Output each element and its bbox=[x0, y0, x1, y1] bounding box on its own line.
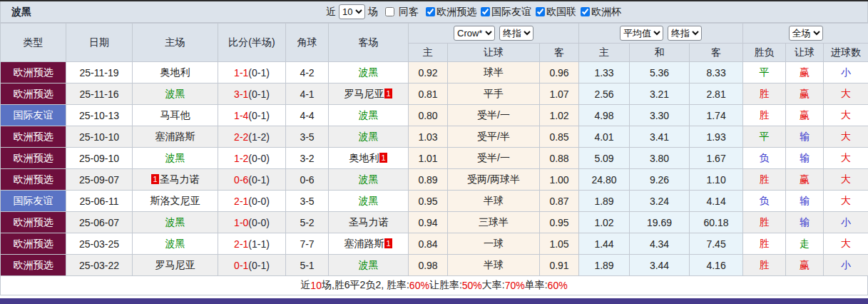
ah-home-odds: 0.98 bbox=[418, 260, 437, 271]
summary-segment: 让胜率: bbox=[429, 279, 462, 292]
ah-line-cell: 半球 bbox=[448, 255, 540, 276]
fulltime-score: 2-1 bbox=[234, 196, 248, 207]
eu-away-odds: 2.81 bbox=[706, 88, 725, 100]
table-row: 欧洲预选25-11-16波黑3-1(0-1)4-1罗马尼亚10.81平手1.07… bbox=[1, 83, 868, 105]
goals-result-cell: 大 bbox=[824, 233, 868, 255]
away-team-name[interactable]: 波黑 bbox=[359, 66, 379, 78]
filter-checkbox[interactable] bbox=[481, 7, 490, 16]
ah-line: 球半 bbox=[484, 66, 504, 78]
competition-label: 欧洲预选 bbox=[14, 173, 53, 185]
home-team-name[interactable]: 波黑 bbox=[165, 88, 185, 99]
home-team-name[interactable]: 波黑 bbox=[165, 216, 185, 228]
corner-score: 4-1 bbox=[300, 88, 314, 100]
away-team-name[interactable]: 波黑 bbox=[359, 259, 379, 270]
bookmaker-select[interactable]: Crow* bbox=[454, 26, 495, 41]
home-team-name[interactable]: 波黑 bbox=[165, 152, 185, 163]
outcome-label: 平 bbox=[760, 131, 770, 142]
halftime-score: (1-1) bbox=[248, 238, 270, 250]
average-select[interactable]: 平均值 bbox=[620, 26, 663, 41]
same-away-checkbox[interactable] bbox=[385, 7, 394, 16]
fulltime-score: 0-6 bbox=[234, 174, 248, 186]
filter-checkbox[interactable] bbox=[581, 7, 590, 16]
away-team-name[interactable]: 塞浦路斯 bbox=[344, 238, 384, 249]
goals-result-label: 小 bbox=[841, 66, 851, 78]
handicap-final-select[interactable]: 终指 bbox=[499, 26, 533, 41]
eu-draw-odds: 3.30 bbox=[650, 110, 669, 121]
ah-away-odds: 1.05 bbox=[549, 238, 568, 250]
handicap-result-label: 赢 bbox=[800, 173, 810, 185]
recent-count-select[interactable]: 10 bbox=[339, 4, 365, 19]
away-team-name[interactable]: 波黑 bbox=[359, 173, 379, 185]
odds-final-select[interactable]: 终指 bbox=[668, 26, 702, 41]
goals-result-cell: 小 bbox=[824, 255, 868, 276]
eu-draw-odds-cell: 3.24 bbox=[630, 191, 690, 212]
ah-line-cell: 半球 bbox=[448, 191, 540, 212]
outcome-label: 胜 bbox=[760, 173, 770, 185]
handicap-result-cell: 输 bbox=[786, 212, 824, 233]
home-team-name[interactable]: 波黑 bbox=[165, 238, 185, 249]
eu-home-odds-cell: 24.80 bbox=[579, 169, 630, 191]
scope-select[interactable]: 全场 bbox=[789, 26, 823, 41]
filter-option: 欧洲杯 bbox=[576, 6, 621, 17]
goals-result-label: 小 bbox=[841, 259, 851, 270]
score-cell: 1-1(0-1) bbox=[218, 62, 286, 83]
table-row: 国际友谊25-10-13马耳他1-4(0-1)4-4波黑0.80受半/一1.02… bbox=[1, 105, 868, 126]
ah-home-odds-cell: 1.03 bbox=[409, 126, 448, 148]
ah-away-odds: 0.85 bbox=[549, 131, 568, 143]
corner-score: 3-2 bbox=[300, 153, 314, 164]
ah-line: 半球 bbox=[484, 195, 504, 206]
away-team-name[interactable]: 波黑 bbox=[359, 195, 379, 206]
goals-result-cell: 小 bbox=[824, 62, 868, 83]
ah-away-odds-cell: 0.85 bbox=[540, 126, 579, 148]
outcome-label: 负 bbox=[760, 152, 770, 163]
away-team-cell: 奥地利1 bbox=[329, 148, 409, 169]
ah-away-odds: 0.87 bbox=[549, 196, 568, 207]
away-team-name[interactable]: 圣马力诺 bbox=[349, 216, 389, 228]
filter-checkbox[interactable] bbox=[426, 7, 435, 16]
handicap-result-cell: 赢 bbox=[786, 83, 824, 105]
ah-away-odds-cell: 0.87 bbox=[540, 191, 579, 212]
eu-draw-odds-cell: 4.34 bbox=[630, 233, 690, 255]
summary-segment: 单率: bbox=[525, 279, 548, 292]
score-cell: 2-1(1-1) bbox=[218, 233, 286, 255]
summary-bar: 近10场,胜6平2负2, 胜率:60% 让胜率:50% 大率:70% 单率:60… bbox=[0, 276, 868, 295]
ah-line-cell: 三球半 bbox=[448, 212, 540, 233]
away-team-name[interactable]: 波黑 bbox=[359, 109, 379, 121]
halftime-score: (0-1) bbox=[248, 174, 270, 186]
home-team-name[interactable]: 罗马尼亚 bbox=[155, 259, 195, 270]
handicap-result-cell: 输 bbox=[786, 191, 824, 212]
corner-cell: 7-7 bbox=[286, 233, 329, 255]
home-team-name[interactable]: 斯洛文尼亚 bbox=[150, 195, 200, 206]
home-team-name[interactable]: 马耳他 bbox=[160, 109, 190, 121]
rank-badge: 1 bbox=[379, 153, 387, 163]
corner-cell: 4-1 bbox=[286, 83, 329, 105]
ah-line-cell: 受半/一 bbox=[448, 148, 540, 169]
summary-segment: 场,胜6平2负2, 胜率: bbox=[322, 279, 409, 292]
away-team-name[interactable]: 奥地利 bbox=[349, 152, 379, 163]
date-cell: 25-09-07 bbox=[66, 169, 133, 191]
eu-draw-odds: 5.36 bbox=[650, 67, 669, 78]
halftime-score: (0-1) bbox=[248, 260, 270, 271]
handicap-select-group: Crow* 终指 bbox=[409, 24, 579, 44]
home-team-cell: 波黑 bbox=[133, 83, 218, 105]
halftime-score: (0-0) bbox=[248, 217, 270, 228]
corner-score: 3-5 bbox=[300, 131, 314, 143]
away-team-name[interactable]: 罗马尼亚 bbox=[344, 88, 384, 99]
goals-result-cell: 大 bbox=[824, 148, 868, 169]
subheader-ah-away: 客 bbox=[540, 44, 579, 62]
filter-checkbox[interactable] bbox=[536, 7, 545, 16]
outcome-label: 平 bbox=[760, 66, 770, 78]
eu-draw-odds-cell: 5.36 bbox=[630, 62, 690, 83]
home-team-cell: 波黑 bbox=[133, 148, 218, 169]
away-team-cell: 波黑 bbox=[329, 169, 409, 191]
date-label: 25-10-10 bbox=[79, 131, 119, 143]
away-team-name[interactable]: 波黑 bbox=[359, 131, 379, 142]
eu-home-odds-cell: 5.09 bbox=[579, 148, 630, 169]
home-team-cell: 1圣马力诺 bbox=[133, 169, 218, 191]
handicap-result-label: 赢 bbox=[800, 88, 810, 99]
home-team-name[interactable]: 塞浦路斯 bbox=[155, 131, 195, 142]
date-cell: 25-10-13 bbox=[66, 105, 133, 126]
same-away-option: 同客 bbox=[381, 6, 419, 19]
home-team-name[interactable]: 圣马力诺 bbox=[160, 173, 200, 185]
home-team-name[interactable]: 奥地利 bbox=[160, 66, 190, 78]
